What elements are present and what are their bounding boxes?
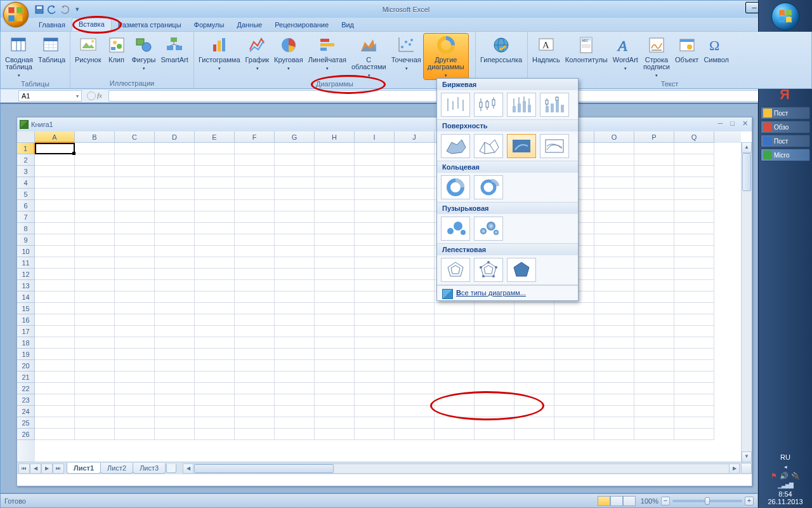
cell[interactable] <box>235 269 275 280</box>
column-header[interactable]: G <box>275 131 315 143</box>
cell[interactable] <box>315 383 355 394</box>
cell[interactable] <box>35 417 75 429</box>
cell[interactable] <box>554 303 594 314</box>
first-sheet-button[interactable]: ⏮ <box>18 464 30 474</box>
cell[interactable] <box>35 360 75 371</box>
stock-chart-1[interactable] <box>441 93 470 117</box>
cell[interactable] <box>554 429 594 440</box>
cell[interactable] <box>435 406 475 417</box>
cell[interactable] <box>475 406 514 417</box>
row-header[interactable]: 23 <box>17 394 35 406</box>
cell[interactable] <box>195 383 235 394</box>
cell[interactable] <box>75 394 115 406</box>
cell[interactable] <box>395 189 435 200</box>
ribbon-tab-5[interactable]: Рецензирование <box>268 19 335 31</box>
cell[interactable] <box>235 166 275 177</box>
cell[interactable] <box>355 200 395 211</box>
column-header[interactable]: E <box>195 131 235 143</box>
cell[interactable] <box>674 326 714 337</box>
cell[interactable] <box>674 337 714 349</box>
picture-button[interactable]: Рисунок <box>72 34 104 65</box>
cell[interactable] <box>155 143 195 154</box>
hyperlink-button[interactable]: Гиперссылка <box>478 34 525 65</box>
cell[interactable] <box>634 326 674 337</box>
row-header[interactable]: 10 <box>17 246 35 257</box>
book-close-button[interactable]: ✕ <box>742 119 748 128</box>
column-header[interactable]: J <box>395 131 435 143</box>
cell[interactable] <box>315 371 355 383</box>
radar-chart-1[interactable] <box>441 258 470 282</box>
cell[interactable] <box>395 246 435 257</box>
cell[interactable] <box>674 303 714 314</box>
cell[interactable] <box>554 371 594 383</box>
cell[interactable] <box>634 291 674 303</box>
radar-chart-3[interactable] <box>507 258 536 282</box>
cell[interactable] <box>395 417 435 429</box>
cell[interactable] <box>35 257 75 269</box>
stock-chart-2[interactable] <box>474 93 503 117</box>
name-box[interactable]: A1▾ <box>18 90 82 102</box>
cell[interactable] <box>235 246 275 257</box>
save-icon[interactable] <box>34 4 45 15</box>
cell[interactable] <box>155 360 195 371</box>
clip-button[interactable]: Клип <box>104 34 129 65</box>
tray-power-icon[interactable]: 🔌 <box>791 472 800 480</box>
cell[interactable] <box>355 269 395 280</box>
cell[interactable] <box>355 349 395 360</box>
select-all-button[interactable] <box>17 131 35 143</box>
cell[interactable] <box>594 166 634 177</box>
cell[interactable] <box>355 326 395 337</box>
scroll-up-button[interactable]: ▲ <box>742 142 752 153</box>
cell[interactable] <box>155 429 195 440</box>
cell[interactable] <box>155 166 195 177</box>
horizontal-scrollbar[interactable]: ◀ ▶ <box>183 464 740 474</box>
cell[interactable] <box>155 177 195 189</box>
cell[interactable] <box>395 337 435 349</box>
cell[interactable] <box>395 291 435 303</box>
ribbon-tab-4[interactable]: Данные <box>230 19 268 31</box>
row-header[interactable]: 7 <box>17 211 35 223</box>
cell[interactable] <box>674 234 714 246</box>
cell[interactable] <box>275 303 315 314</box>
cell[interactable] <box>594 234 634 246</box>
row-header[interactable]: 2 <box>17 154 35 166</box>
cell[interactable] <box>674 177 714 189</box>
row-header[interactable]: 26 <box>17 429 35 440</box>
area-chart-button[interactable]: С областями <box>349 34 389 79</box>
cell[interactable] <box>195 291 235 303</box>
cell[interactable] <box>594 303 634 314</box>
cell[interactable] <box>634 189 674 200</box>
cell[interactable] <box>315 223 355 234</box>
cell[interactable] <box>315 200 355 211</box>
cell[interactable] <box>75 200 115 211</box>
cell[interactable] <box>75 269 115 280</box>
cell[interactable] <box>195 394 235 406</box>
start-button[interactable] <box>771 3 799 30</box>
workbook-titlebar[interactable]: Книга1 ─ □ ✕ <box>17 117 752 131</box>
cell[interactable] <box>395 223 435 234</box>
cell[interactable] <box>355 280 395 291</box>
cell[interactable] <box>115 189 155 200</box>
cell[interactable] <box>514 383 554 394</box>
cell[interactable] <box>195 326 235 337</box>
zoom-in-button[interactable]: + <box>745 497 754 505</box>
column-header[interactable]: I <box>355 131 395 143</box>
cell[interactable] <box>275 314 315 326</box>
cell[interactable] <box>634 303 674 314</box>
cell[interactable] <box>395 154 435 166</box>
column-header[interactable]: O <box>594 131 634 143</box>
cell[interactable] <box>275 189 315 200</box>
cell[interactable] <box>315 246 355 257</box>
radar-chart-2[interactable] <box>474 258 503 282</box>
surface-chart-2[interactable] <box>474 134 503 158</box>
cell[interactable] <box>115 246 155 257</box>
row-header[interactable]: 12 <box>17 269 35 280</box>
cell[interactable] <box>75 257 115 269</box>
cell[interactable] <box>674 429 714 440</box>
cell[interactable] <box>35 303 75 314</box>
cell[interactable] <box>435 326 475 337</box>
cell[interactable] <box>235 223 275 234</box>
language-indicator[interactable]: RU <box>759 453 812 461</box>
cell[interactable] <box>674 280 714 291</box>
cell[interactable] <box>315 429 355 440</box>
